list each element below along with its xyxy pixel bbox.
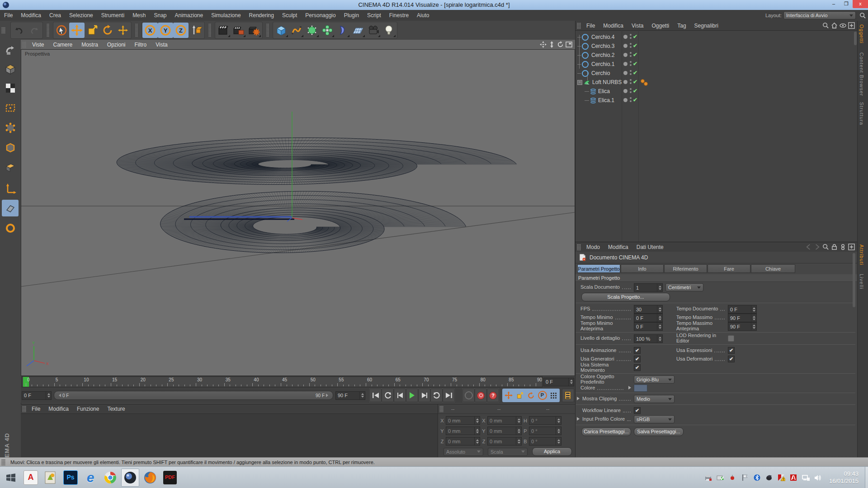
minimize-button[interactable]: – — [827, 0, 840, 8]
tray-device-icon[interactable] — [765, 474, 773, 482]
object-name[interactable]: Elica — [598, 88, 610, 94]
coord-scale-mode-dropdown[interactable]: Scala — [488, 448, 528, 456]
material-menu-funzione[interactable]: Funzione — [73, 406, 103, 412]
pos-z-input[interactable]: 0 mm — [446, 437, 480, 446]
taskbar-app-pdf[interactable]: PDF — [161, 469, 179, 487]
viewport-menu-filtro[interactable]: Filtro — [130, 42, 151, 48]
viewport-menu-opzioni[interactable]: Opzioni — [103, 42, 130, 48]
taskbar-app-chrome[interactable] — [101, 469, 119, 487]
om-menu-oggetti[interactable]: Oggetti — [648, 23, 674, 29]
new-panel-icon[interactable] — [848, 22, 855, 29]
menu-sculpt[interactable]: Sculpt — [278, 12, 301, 19]
om-menu-segnalibri[interactable]: Segnalibri — [690, 23, 722, 29]
scala-progetto-button[interactable]: Scala Progetto... — [581, 293, 670, 301]
rotate-view-icon[interactable] — [557, 41, 564, 48]
carica-presettaggi-button[interactable]: Carica Presettaggi... — [581, 427, 631, 436]
tray-bluetooth-icon[interactable] — [753, 474, 761, 482]
pos-x-input[interactable]: 0 mm — [446, 416, 480, 425]
enable-toggle[interactable] — [623, 44, 627, 48]
add-spline-button[interactable] — [289, 23, 304, 38]
menu-selezione[interactable]: Selezione — [65, 12, 97, 19]
texture-axis-mode-button[interactable] — [2, 200, 19, 216]
zoom-view-icon[interactable] — [548, 41, 555, 48]
timeline-range-slider[interactable]: 0 F 90 F — [54, 391, 333, 400]
texture-mode-button[interactable] — [2, 80, 19, 96]
enabled-check-icon[interactable]: ✔ — [633, 79, 637, 85]
scale-y-input[interactable]: 0 mm — [487, 427, 522, 435]
key-pla-button[interactable] — [548, 389, 559, 402]
play-button[interactable] — [406, 389, 418, 402]
render-visibility-toggle[interactable] — [630, 73, 632, 75]
enabled-check-icon[interactable]: ✔ — [633, 42, 637, 49]
material-menu-modifica[interactable]: Modifica — [44, 406, 73, 412]
rot-p-input[interactable]: 0 ° — [529, 427, 561, 435]
am-menu-dati-utente[interactable]: Dati Utente — [632, 244, 668, 250]
move-tool-button[interactable] — [69, 23, 85, 38]
toolbar-grip[interactable] — [1, 27, 5, 33]
render-visibility-toggle[interactable] — [630, 64, 632, 66]
tag-icon[interactable] — [644, 82, 648, 86]
render-view-button[interactable] — [216, 23, 231, 38]
tempo-minimo-input[interactable]: 0 F — [634, 314, 663, 322]
menu-aiuto[interactable]: Aiuto — [413, 12, 433, 19]
unit-dropdown[interactable]: Centimetri — [665, 283, 703, 291]
side-tab-content-browser[interactable]: Content Browser — [859, 52, 864, 96]
coordinates-grip[interactable] — [439, 406, 443, 412]
viewport-menu-viste[interactable]: Viste — [28, 42, 48, 48]
spinner-arrows-icon[interactable] — [46, 392, 51, 399]
material-grip[interactable] — [22, 406, 26, 412]
polygons-mode-button[interactable] — [2, 159, 19, 176]
key-position-button[interactable] — [503, 389, 514, 402]
rotate-tool-button[interactable] — [100, 23, 115, 38]
home-icon[interactable] — [831, 22, 838, 29]
am-scrollbar-thumb[interactable] — [853, 253, 855, 307]
am-menu-modo[interactable]: Modo — [582, 244, 604, 250]
tab-riferimento[interactable]: Riferimento — [664, 264, 707, 273]
editor-visibility-toggle[interactable] — [630, 79, 632, 81]
pos-y-input[interactable]: 0 mm — [446, 427, 480, 435]
viewport-menu-vista[interactable]: Vista — [151, 42, 172, 48]
new-panel-icon[interactable] — [848, 244, 855, 250]
add-camera-button[interactable] — [366, 23, 381, 38]
object-name[interactable]: Cerchio.4 — [591, 34, 614, 40]
add-nurbs-button[interactable] — [304, 23, 320, 38]
usa-espressioni-checkbox[interactable]: ✔ — [728, 347, 735, 354]
menu-simulazione[interactable]: Simulazione — [207, 12, 245, 19]
expand-arrow-icon[interactable] — [577, 417, 581, 421]
viewport-grip[interactable] — [22, 42, 26, 48]
tray-kaspersky-warning-icon[interactable]: ! — [778, 474, 785, 482]
object-name[interactable]: Cerchio — [591, 70, 610, 76]
menu-animazione[interactable]: Animazione — [171, 12, 208, 19]
add-light-button[interactable] — [381, 23, 396, 38]
side-tab-oggetti[interactable]: Oggetti — [859, 24, 864, 43]
enable-toggle[interactable] — [623, 53, 627, 57]
tray-network-icon[interactable] — [802, 474, 810, 482]
taskbar-app-reader[interactable]: A — [22, 469, 40, 487]
tray-red-status-icon[interactable] — [729, 474, 736, 482]
om-menu-modifica[interactable]: Modifica — [599, 23, 627, 29]
tray-flag-icon[interactable] — [741, 474, 749, 482]
tray-volume-icon[interactable] — [814, 474, 822, 482]
expand-arrow-icon[interactable] — [628, 386, 633, 389]
lock-x-button[interactable]: X — [142, 23, 158, 38]
menu-file[interactable]: File — [0, 12, 17, 19]
enabled-check-icon[interactable]: ✔ — [633, 97, 637, 103]
timeline-ruler[interactable]: 051015202530354045505560657075808590 — [22, 376, 542, 387]
menu-finestre[interactable]: Finestre — [385, 12, 413, 19]
timeline-mode-button[interactable] — [562, 389, 574, 402]
key-parameter-button[interactable]: P — [537, 389, 548, 402]
tray-adobe-icon[interactable] — [790, 474, 797, 482]
enable-toggle[interactable] — [623, 80, 627, 84]
lock-z-button[interactable]: Z — [173, 23, 189, 38]
editor-visibility-toggle[interactable] — [630, 34, 632, 36]
workflow-lineare-checkbox[interactable]: ✔ — [634, 407, 641, 414]
colore-oggetto-dropdown[interactable]: Grigio-Blu — [634, 375, 675, 384]
render-visibility-toggle[interactable] — [630, 37, 632, 39]
enabled-check-icon[interactable]: ✔ — [633, 88, 637, 94]
menu-script[interactable]: Script — [363, 12, 385, 19]
make-editable-button[interactable] — [2, 42, 19, 58]
editor-visibility-toggle[interactable] — [630, 61, 632, 63]
enabled-check-icon[interactable]: ✔ — [633, 33, 637, 40]
lock-y-button[interactable]: Y — [158, 23, 173, 38]
render-visibility-toggle[interactable] — [630, 82, 632, 84]
